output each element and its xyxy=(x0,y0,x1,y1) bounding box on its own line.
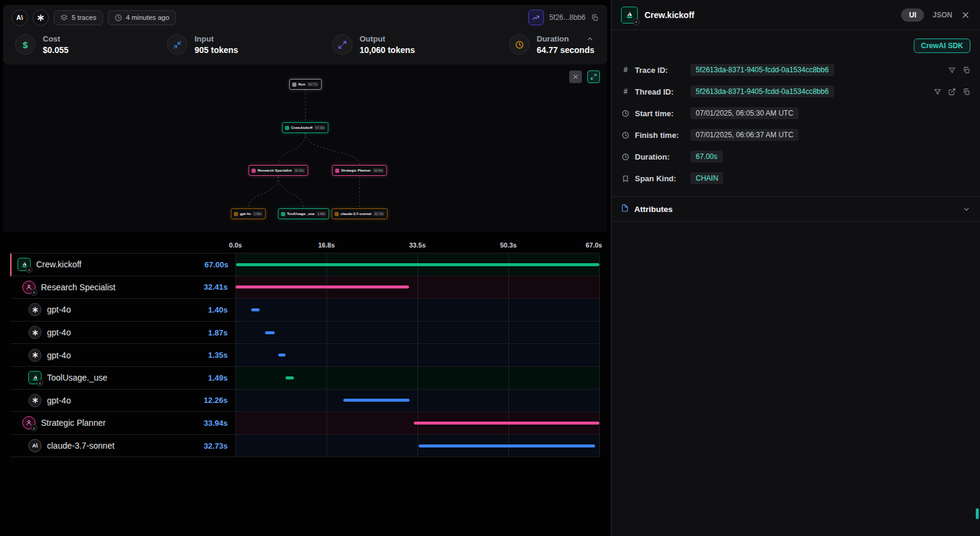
chevron-down-icon xyxy=(963,205,970,213)
span-row-gpt-4o[interactable]: gpt-4o 1.87s xyxy=(10,322,599,344)
span-duration: 1.35s xyxy=(193,351,236,360)
span-row-gpt-4o[interactable]: gpt-4o 1.35s xyxy=(10,344,599,367)
span-row-gpt-4o[interactable]: gpt-4o 1.40s xyxy=(10,299,599,322)
document-icon xyxy=(621,204,629,214)
span-name: Strategic Planner xyxy=(41,418,105,428)
span-detail-sidebar: c Crew.kickoff UI JSON CrewAI SDK # Trac… xyxy=(611,0,980,536)
field-span-kind: Span Kind: CHAIN xyxy=(611,167,980,189)
graph-node-claude-sonnet[interactable]: claude-3.7-sonnet 32.73s xyxy=(331,208,387,219)
filter-icon[interactable] xyxy=(934,88,941,96)
field-duration: Duration: 67.00s xyxy=(611,146,980,167)
hash-icon: # xyxy=(621,87,630,96)
crewai-badge-icon: c xyxy=(31,425,37,431)
span-row-research-specialist[interactable]: c Research Specialist 32.41s xyxy=(10,276,599,299)
span-waterfall: 0.0s 16.8s 33.5s 50.3s 67.0s c Crew.kick… xyxy=(10,240,599,457)
graph-node-strategic-planner[interactable]: Strategic Planner 33.94s xyxy=(332,165,387,176)
span-row-strategic-planner[interactable]: c Strategic Planner 33.94s xyxy=(10,412,599,435)
trace-summary-panel: A\ 5 traces 4 minutes ago 5f26...8bb6 xyxy=(3,5,607,64)
stat-label: Cost xyxy=(43,34,69,43)
graph-node-toolusage[interactable]: ToolUsage._use 1.49s xyxy=(278,208,329,219)
stat-cost: $ Cost $0.055 xyxy=(15,34,69,55)
start-time-value: 07/01/2025, 06:05:30 AM UTC xyxy=(690,107,799,119)
span-duration: 32.73s xyxy=(193,441,236,450)
node-label: Run xyxy=(298,83,305,86)
span-bar xyxy=(236,263,599,266)
node-badge: 1.40s xyxy=(253,211,263,216)
metrics-button[interactable] xyxy=(528,10,544,25)
stat-value: $0.055 xyxy=(43,45,69,55)
sdk-badge-row: CrewAI SDK xyxy=(611,30,980,59)
node-icon xyxy=(281,212,286,216)
duration-value: 67.00s xyxy=(690,151,723,163)
crewai-badge-icon: c xyxy=(31,289,37,296)
copy-icon[interactable] xyxy=(963,66,970,74)
agent-icon: c xyxy=(22,416,36,429)
span-bar xyxy=(286,376,294,379)
node-label: Strategic Planner xyxy=(341,169,370,172)
graph-node-run[interactable]: Run 64.77s xyxy=(289,79,322,90)
bookmark-icon xyxy=(621,175,630,182)
span-name: Crew.kickoff xyxy=(36,260,81,269)
openai-icon xyxy=(28,349,42,362)
node-badge: 67.00s xyxy=(314,125,326,130)
scrollbar-thumb[interactable] xyxy=(976,508,979,519)
attributes-label: Attributes xyxy=(634,205,673,214)
sidebar-close-icon[interactable] xyxy=(961,10,970,20)
graph-node-gpt-4o[interactable]: gpt-4o 1.40s xyxy=(231,208,266,219)
attributes-section-header[interactable]: Attributes xyxy=(611,196,980,222)
traces-count-badge[interactable]: 5 traces xyxy=(54,10,103,25)
stat-output: Output 10,060 tokens xyxy=(332,34,415,55)
trace-main-panel: A\ 5 traces 4 minutes ago 5f26...8bb6 xyxy=(0,0,611,536)
span-row-toolusage[interactable]: c ToolUsage._use 1.49s xyxy=(10,367,599,390)
sidebar-header: c Crew.kickoff UI JSON xyxy=(611,0,980,30)
copy-icon[interactable] xyxy=(963,88,970,96)
node-label: Research Specialist xyxy=(258,169,292,172)
crewai-icon: c xyxy=(17,258,31,271)
span-name: gpt-4o xyxy=(47,396,71,405)
stat-label: Input xyxy=(195,34,238,43)
collapse-stats-chevron-icon[interactable] xyxy=(586,35,594,43)
external-link-icon[interactable] xyxy=(948,88,956,96)
trend-icon xyxy=(532,14,540,22)
stat-label: Output xyxy=(360,34,415,43)
traces-count-label: 5 traces xyxy=(72,14,96,21)
node-icon xyxy=(234,212,238,216)
span-name: ToolUsage._use xyxy=(47,373,107,382)
node-icon xyxy=(252,169,256,173)
graph-expand-button[interactable] xyxy=(587,70,600,83)
field-label: Duration: xyxy=(635,152,685,161)
stat-duration: Duration 64.77 seconds xyxy=(509,34,595,55)
clock-icon xyxy=(621,153,630,161)
filter-icon[interactable] xyxy=(948,66,956,74)
expand-icon xyxy=(590,73,597,80)
close-icon xyxy=(572,73,579,80)
span-bar xyxy=(251,308,260,311)
node-label: ToolUsage._use xyxy=(287,212,315,216)
node-badge: 32.73s xyxy=(373,211,385,216)
graph-close-button[interactable] xyxy=(569,70,582,83)
node-label: gpt-4o xyxy=(240,212,251,216)
graph-node-crew-kickoff[interactable]: Crew.kickoff 67.00s xyxy=(282,122,328,133)
time-ago-label: 4 minutes ago xyxy=(126,14,169,21)
span-bar xyxy=(236,285,409,288)
openai-icon xyxy=(28,394,42,407)
copy-trace-id-icon[interactable] xyxy=(591,14,599,22)
openai-icon xyxy=(28,326,42,339)
time-ago-badge: 4 minutes ago xyxy=(108,10,176,25)
node-badge: 33.94s xyxy=(373,168,384,173)
span-row-gpt-4o[interactable]: gpt-4o 12.26s xyxy=(10,390,599,413)
tab-ui[interactable]: UI xyxy=(901,8,924,22)
tab-json[interactable]: JSON xyxy=(932,11,952,19)
span-kind-value: CHAIN xyxy=(690,172,723,184)
input-tokens-icon xyxy=(167,34,187,55)
span-name: gpt-4o xyxy=(47,305,71,314)
span-row-crew-kickoff[interactable]: c Crew.kickoff 67.00s xyxy=(10,254,599,276)
trace-short-id: 5f26...8bb6 xyxy=(549,13,585,22)
node-badge: 1.49s xyxy=(316,211,326,216)
agent-icon: c xyxy=(22,281,36,294)
clock-icon xyxy=(621,131,630,139)
dollar-icon: $ xyxy=(15,34,36,55)
span-row-claude-sonnet[interactable]: A\ claude-3.7-sonnet 32.73s xyxy=(10,435,599,458)
field-label: Span Kind: xyxy=(635,174,685,183)
graph-node-research-specialist[interactable]: Research Specialist 32.41s xyxy=(249,165,308,176)
